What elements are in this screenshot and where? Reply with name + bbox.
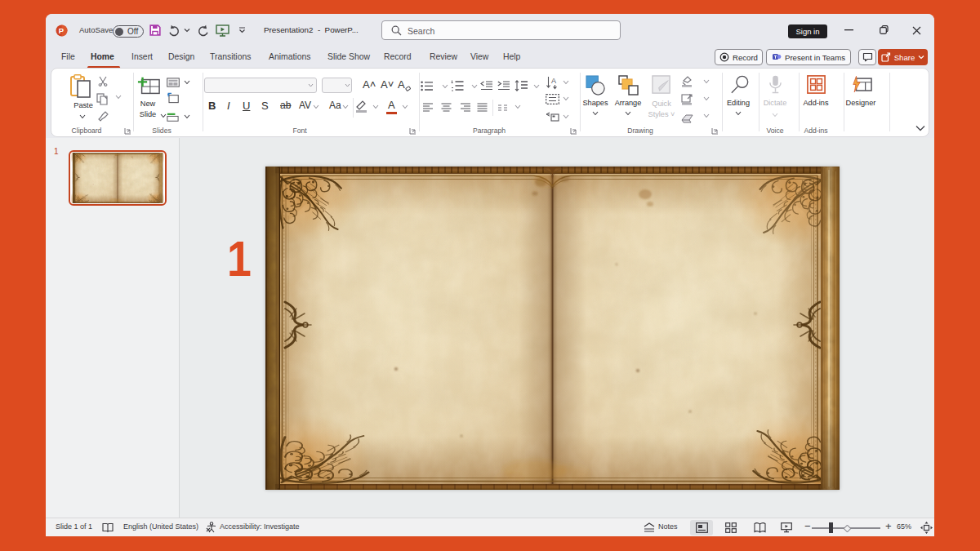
svg-text:A: A	[551, 77, 556, 85]
svg-text:P: P	[59, 26, 65, 35]
